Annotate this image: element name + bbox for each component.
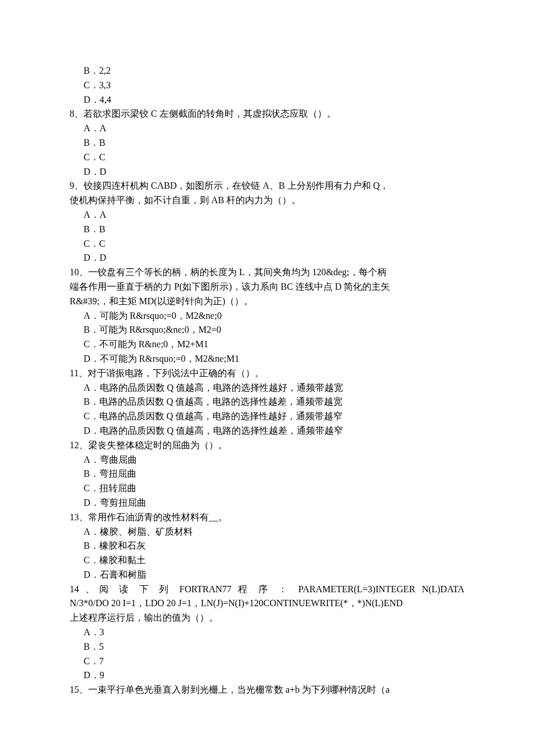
- question-14-line3: 上述程序运行后，输出的值为（）。: [70, 611, 464, 625]
- option-10a: A．可能为 R&rsquo;=0，M2&ne;0: [70, 309, 464, 323]
- option-14b: B．5: [70, 640, 464, 654]
- option-11d: D．电路的品质因数 Q 值越高，电路的选择性越差，通频带越窄: [70, 424, 464, 438]
- option-9b: B．B: [70, 222, 464, 237]
- option-8a: A．A: [70, 121, 464, 136]
- question-10-line2: 端各作用一垂直于柄的力 P(如下图所示)，该力系向 BC 连线中点 D 简化的主…: [70, 280, 464, 294]
- question-14-line1: 14 、阅 读 下 列 FORTRAN77 程 序 ： PARAMETER(L=…: [70, 582, 464, 597]
- option-10d: D．不可能为 R&rsquo;=0，M2&ne;M1: [70, 352, 464, 366]
- option-8c: C．C: [70, 150, 464, 165]
- option-8d: D．D: [70, 165, 464, 179]
- option-7c: C．3,3: [70, 78, 464, 93]
- option-11b: B．电路的品质因数 Q 值越高，电路的选择性越差，通频带越宽: [70, 395, 464, 409]
- option-12b: B．弯扭屈曲: [70, 467, 464, 481]
- option-9a: A．A: [70, 208, 464, 222]
- question-10-line1: 10、一铰盘有三个等长的柄，柄的长度为 L，其间夹角均为 120&deg;，每个…: [70, 265, 464, 280]
- question-15: 15、一束平行单色光垂直入射到光栅上，当光栅常数 a+b 为下列哪种情况时（a: [70, 683, 464, 697]
- option-10c: C．不可能为 R&ne;0，M2+M1: [70, 337, 464, 352]
- question-10-line3: R&#39;，和主矩 MD(以逆时针向为正)（）。: [70, 294, 464, 309]
- option-12d: D．弯剪扭屈曲: [70, 496, 464, 510]
- option-13b: B．橡胶和石灰: [70, 539, 464, 553]
- option-12c: C．扭转屈曲: [70, 481, 464, 496]
- option-10b: B．可能为 R&rsquo;&ne;0，M2=0: [70, 323, 464, 337]
- option-11a: A．电路的品质因数 Q 值越高，电路的选择性越好，通频带越宽: [70, 381, 464, 395]
- option-7b: B．2,2: [70, 64, 464, 78]
- option-14c: C．7: [70, 654, 464, 669]
- option-11c: C．电路的品质因数 Q 值越高，电路的选择性越好，通频带越窄: [70, 409, 464, 424]
- option-7d: D．4,4: [70, 93, 464, 107]
- question-8: 8、若欲求图示梁铰 C 左侧截面的转角时，其虚拟状态应取（）。: [70, 107, 464, 121]
- option-13d: D．石膏和树脂: [70, 568, 464, 582]
- question-11: 11、对于谐振电路，下列说法中正确的有（）。: [70, 366, 464, 381]
- option-13c: C．橡胶和黏土: [70, 553, 464, 568]
- question-9-line2: 使机构保持平衡，如不计自重，则 AB 杆的内力为（）。: [70, 193, 464, 208]
- option-9d: D．D: [70, 251, 464, 265]
- option-14a: A．3: [70, 625, 464, 640]
- option-13a: A．橡胶、树脂、矿质材料: [70, 525, 464, 539]
- question-9-line1: 9、铰接四连杆机构 CABD，如图所示，在铰链 A、B 上分别作用有力户和 Q，: [70, 179, 464, 193]
- question-13: 13、常用作石油沥青的改性材料有__。: [70, 510, 464, 525]
- option-14d: D．9: [70, 668, 464, 683]
- question-12: 12、梁丧失整体稳定时的屈曲为（）。: [70, 438, 464, 453]
- option-12a: A．弯曲屈曲: [70, 453, 464, 467]
- question-14-line2: N/3*0/DO 20 I=1，LDO 20 J=1，LN(J)=N(I)+12…: [70, 596, 464, 611]
- option-9c: C．C: [70, 237, 464, 251]
- option-8b: B．B: [70, 136, 464, 150]
